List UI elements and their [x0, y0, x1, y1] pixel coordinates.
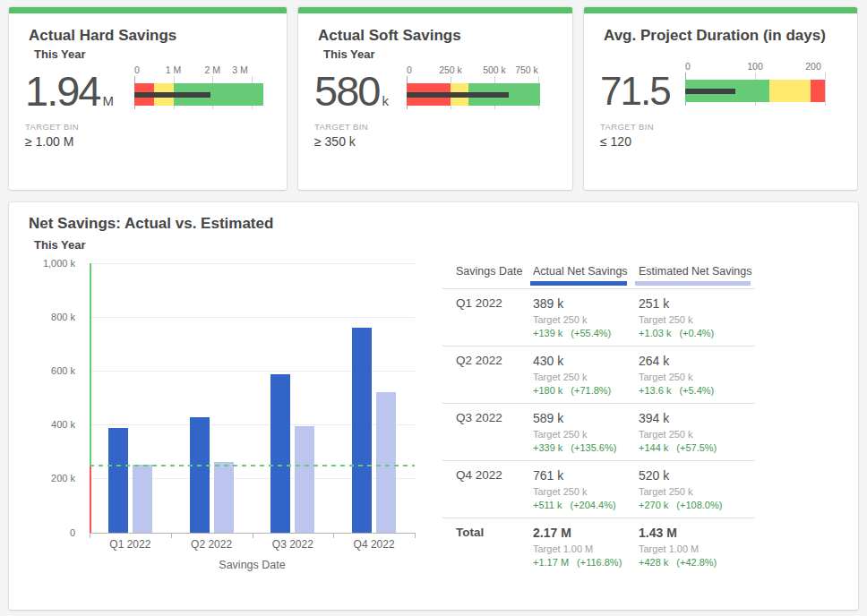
cell-variance: +144 k(+57.5%) [639, 442, 755, 454]
x-axis-label: Q2 2022 [191, 538, 232, 551]
table-header-savings-date: Savings Date [442, 265, 533, 286]
cell-variance: +270 k(+108.0%) [639, 500, 755, 511]
table-header-actual: Actual Net Savings [533, 265, 639, 286]
cell-value: 394 k [639, 411, 755, 425]
x-axis-tick [90, 533, 90, 538]
bullet-track [407, 83, 540, 106]
bar-chart: 0200 k400 k600 k800 k1,000 kQ1 2022Q2 20… [9, 202, 439, 610]
bullet-axis: 0250 k500 k750 k [407, 64, 540, 75]
cell-value: 1.43 M [639, 526, 755, 540]
target-reference-line [90, 465, 415, 466]
bullet-axis-label: 0 [685, 61, 691, 72]
cell-target: Target 250 k [533, 429, 639, 441]
bullet-axis: 01 M2 M3 M [134, 64, 263, 75]
table-cell: 2.17 M Target 1.00 M +1.17 M(+116.8%) [533, 526, 639, 569]
cell-value: 264 k [639, 354, 755, 368]
bullet-range-segment [811, 80, 825, 102]
bullet-axis-label: 0 [134, 64, 140, 75]
cell-variance: +1.03 k(+0.4%) [639, 328, 755, 339]
bullet-axis: 0100200 [685, 61, 825, 72]
cell-target: Target 250 k [533, 314, 639, 326]
bar-estimated[interactable] [376, 392, 396, 533]
bar-actual[interactable] [352, 328, 372, 533]
row-label: Q1 2022 [442, 296, 533, 339]
x-axis-tick [415, 533, 416, 538]
table-cell: 389 k Target 250 k +139 k(+55.4%) [533, 296, 639, 339]
bullet-value-bar [134, 92, 210, 98]
table-row[interactable]: Q2 2022 430 k Target 250 k +180 k(+71.8%… [442, 346, 755, 404]
kpi-target-bin-label: TARGET BIN [314, 122, 368, 132]
bullet-axis-label: 200 [805, 61, 821, 72]
bullet-axis-label: 750 k [515, 64, 538, 75]
bullet-axis-label: 250 k [439, 64, 462, 75]
row-label: Total [442, 526, 533, 569]
table-row[interactable]: Total 2.17 M Target 1.00 M +1.17 M(+116.… [442, 518, 755, 575]
kpi-target-bin-value: ≥ 1.00 M [25, 134, 73, 149]
series-color-underline [530, 281, 627, 286]
card-actual-soft-savings: Actual Soft Savings This Year 580 k 0250… [298, 7, 572, 190]
bullet-axis-label: 1 M [166, 64, 182, 75]
cell-variance: +339 k(+135.6%) [533, 442, 639, 454]
table-cell: 520 k Target 250 k +270 k(+108.0%) [639, 468, 755, 511]
y-axis-label: 200 k [9, 473, 75, 483]
kpi-target-bin-label: TARGET BIN [25, 122, 79, 132]
y-gridline [90, 263, 415, 264]
y-axis-label: 800 k [9, 312, 75, 322]
x-axis-title: Savings Date [219, 559, 285, 571]
x-axis-tick [253, 533, 253, 538]
table-header-row: Savings Date Actual Net Savings Estimate… [442, 263, 755, 289]
card-avg-project-duration: Avg. Project Duration (in days) 71.5 010… [584, 7, 857, 190]
bullet-chart[interactable]: 0250 k500 k750 k [407, 64, 540, 109]
card-actual-hard-savings: Actual Hard Savings This Year 1.94 M 01 … [9, 7, 287, 190]
cell-value: 2.17 M [533, 526, 639, 540]
cell-value: 589 k [533, 411, 639, 425]
bar-actual[interactable] [190, 417, 210, 533]
y-axis-label: 1,000 k [9, 258, 75, 269]
y-axis-label: 600 k [9, 365, 75, 376]
bullet-range-segment [769, 80, 811, 102]
series-color-underline [635, 281, 751, 286]
bullet-chart[interactable]: 01 M2 M3 M [134, 64, 263, 109]
cell-variance: +1.17 M(+116.8%) [533, 557, 639, 569]
x-axis-label: Q3 2022 [272, 538, 313, 551]
table-cell: 430 k Target 250 k +180 k(+71.8%) [533, 354, 639, 397]
y-axis-above-target [90, 263, 91, 466]
card-net-savings: Net Savings: Actual vs. Estimated This Y… [9, 202, 858, 610]
table-cell: 1.43 M Target 1.00 M +428 k(+42.8%) [639, 526, 755, 569]
bullet-axis-label: 0 [407, 64, 412, 75]
bullet-track [685, 80, 825, 102]
kpi-value: 1.94 M [25, 70, 114, 112]
table-row[interactable]: Q1 2022 389 k Target 250 k +139 k(+55.4%… [442, 289, 755, 346]
table-row[interactable]: Q4 2022 761 k Target 250 k +511 k(+204.4… [442, 461, 755, 518]
cell-target: Target 250 k [533, 372, 639, 383]
y-axis-label: 0 [9, 527, 75, 538]
cell-variance: +511 k(+204.4%) [533, 500, 639, 511]
cell-variance: +428 k(+42.8%) [639, 557, 755, 569]
bullet-axis-label: 2 M [205, 64, 221, 75]
cell-variance: +13.6 k(+5.4%) [639, 385, 755, 397]
bar-estimated[interactable] [295, 426, 314, 533]
cell-variance: +139 k(+55.4%) [533, 328, 639, 339]
cell-target: Target 250 k [639, 486, 755, 498]
savings-table: Savings Date Actual Net Savings Estimate… [442, 263, 755, 575]
bullet-chart[interactable]: 0100200 [685, 61, 825, 106]
bullet-value-bar [407, 92, 509, 98]
bar-actual[interactable] [270, 374, 290, 533]
table-header-estimated: Estimated Net Savings [639, 265, 755, 286]
cell-value: 389 k [533, 296, 639, 311]
table-row[interactable]: Q3 2022 589 k Target 250 k +339 k(+135.6… [442, 404, 755, 461]
bullet-axis-label: 3 M [232, 64, 248, 75]
bullet-value-bar [685, 89, 735, 94]
bullet-axis-label: 500 k [483, 64, 506, 75]
bullet-track [134, 83, 263, 106]
cell-target: Target 250 k [639, 372, 755, 383]
bar-actual[interactable] [108, 428, 128, 533]
y-gridline [90, 317, 415, 318]
table-cell: 251 k Target 250 k +1.03 k(+0.4%) [639, 296, 755, 339]
kpi-target-bin-value: ≥ 350 k [314, 134, 356, 149]
bar-estimated[interactable] [133, 465, 152, 533]
cell-value: 761 k [533, 468, 639, 483]
bar-estimated[interactable] [214, 462, 234, 533]
row-label: Q4 2022 [442, 468, 533, 511]
bullet-tick [825, 73, 826, 106]
